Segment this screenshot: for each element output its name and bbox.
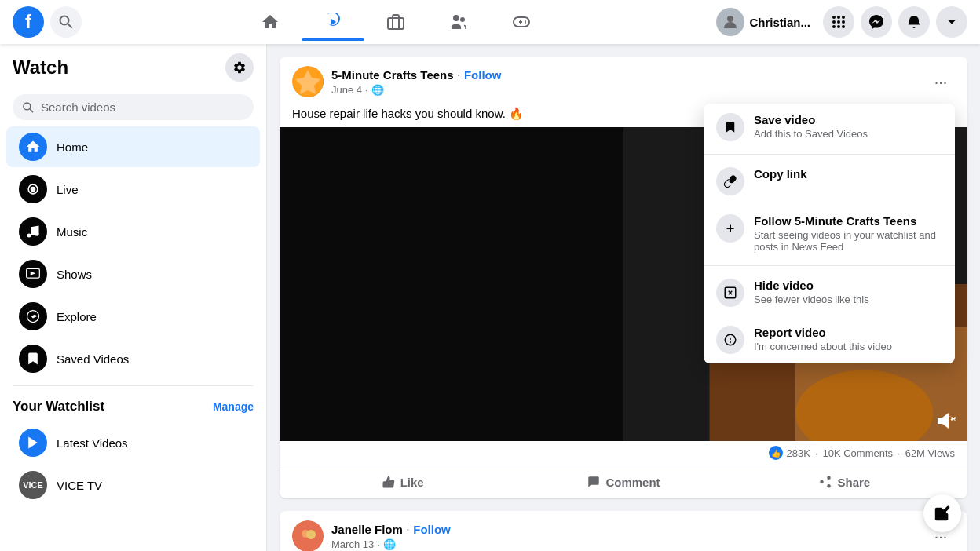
shows-icon	[19, 260, 47, 288]
menu-report-video[interactable]: Report video I'm concerned about this vi…	[704, 316, 955, 363]
comments-count-1: 10K Comments	[822, 447, 893, 459]
post-author-name-1: 5-Minute Crafts Teens	[331, 68, 454, 82]
post-actions-1: Like Comment Share	[280, 465, 967, 498]
settings-gear-btn[interactable]	[225, 53, 254, 82]
nav-marketplace-btn[interactable]	[364, 3, 427, 41]
user-profile-btn[interactable]: Christian...	[710, 5, 817, 39]
main-layout: Watch Home Live Music	[0, 44, 980, 551]
svg-point-4	[460, 17, 465, 22]
facebook-logo[interactable]: f	[13, 6, 44, 38]
follow-icon: +	[716, 214, 744, 243]
copy-link-title: Copy link	[754, 167, 942, 181]
nav-gaming-btn[interactable]	[490, 3, 553, 41]
sidebar-item-saved[interactable]: Saved Videos	[6, 338, 260, 379]
music-icon	[19, 217, 47, 246]
share-btn-1[interactable]: Share	[734, 469, 955, 495]
menu-copy-link[interactable]: Copy link	[704, 158, 955, 205]
svg-point-9	[525, 22, 526, 24]
nav-right-actions: Christian...	[710, 5, 967, 39]
post-caption-text-1: House repair life hacks you should know.…	[292, 107, 524, 120]
copy-link-icon	[716, 167, 744, 195]
search-input[interactable]	[41, 100, 244, 114]
post-header-1: 5-Minute Crafts Teens · Follow June 4 · …	[280, 57, 967, 107]
svg-point-17	[832, 25, 836, 28]
post-author-line-1: 5-Minute Crafts Teens · Follow	[331, 68, 919, 82]
search-box[interactable]	[13, 94, 254, 120]
latest-videos-avatar	[19, 429, 47, 457]
nav-watch-btn[interactable]	[302, 3, 364, 41]
vice-tv-label: VICE TV	[57, 479, 102, 492]
like-icon-1: 👍	[769, 446, 783, 460]
manage-btn[interactable]: Manage	[213, 400, 254, 413]
svg-point-3	[453, 15, 459, 21]
post-more-btn-1[interactable]: ···	[927, 68, 955, 96]
svg-point-15	[837, 20, 840, 24]
sidebar-item-shows[interactable]: Shows	[6, 254, 260, 294]
watchlist-item-latest[interactable]: Latest Videos	[6, 422, 260, 463]
comment-btn-1[interactable]: Comment	[513, 469, 733, 495]
mute-icon[interactable]	[936, 410, 958, 432]
save-video-content: Save video Add this to Saved Videos	[754, 113, 942, 140]
sidebar-item-explore[interactable]: Explore	[6, 296, 260, 337]
post-header-2: Janelle Flom · Follow March 13 · 🌐 ···	[280, 511, 967, 551]
sidebar-music-label: Music	[57, 225, 87, 239]
post-date-2: March 13	[331, 538, 374, 550]
user-name: Christian...	[749, 16, 810, 29]
post-visibility-1: 🌐	[371, 84, 384, 96]
save-video-subtitle: Add this to Saved Videos	[754, 128, 942, 140]
sidebar-shows-label: Shows	[57, 268, 92, 281]
hide-video-subtitle: See fewer videos like this	[754, 294, 942, 305]
report-video-subtitle: I'm concerned about this video	[754, 341, 942, 352]
sidebar-home-label: Home	[57, 140, 88, 154]
sep1: ·	[815, 447, 818, 459]
svg-point-22	[31, 187, 36, 192]
svg-point-19	[842, 25, 845, 28]
sidebar-title: Watch	[13, 57, 68, 78]
svg-point-13	[842, 16, 845, 19]
save-video-title: Save video	[754, 113, 942, 126]
messenger-btn[interactable]	[861, 6, 892, 38]
svg-line-1	[68, 24, 72, 28]
svg-point-25	[35, 232, 39, 236]
like-btn-1[interactable]: Like	[292, 469, 513, 495]
post-author-name-2: Janelle Flom	[331, 523, 403, 536]
sidebar-explore-label: Explore	[57, 310, 97, 323]
home-icon	[19, 133, 47, 161]
sidebar-item-home[interactable]: Home	[6, 126, 260, 167]
search-button[interactable]	[50, 6, 82, 38]
sidebar-item-music[interactable]: Music	[6, 211, 260, 252]
post-author-avatar-2	[292, 520, 324, 551]
svg-point-24	[27, 234, 31, 238]
sidebar-item-live[interactable]: Live	[6, 169, 260, 210]
context-menu: Save video Add this to Saved Videos Copy…	[704, 104, 955, 363]
menu-divider-2	[704, 265, 955, 266]
live-icon	[19, 175, 47, 203]
svg-point-39	[828, 484, 832, 488]
menu-save-video[interactable]: Save video Add this to Saved Videos	[704, 104, 955, 151]
nav-groups-btn[interactable]	[427, 3, 490, 41]
report-video-title: Report video	[754, 326, 942, 339]
dropdown-btn[interactable]	[936, 6, 967, 38]
sidebar-divider	[13, 385, 254, 386]
compose-fab[interactable]	[923, 494, 961, 532]
post-author-avatar-1	[292, 66, 324, 97]
post-follow-btn-1[interactable]: Follow	[464, 68, 502, 82]
watchlist-item-vice[interactable]: VICE VICE TV	[6, 465, 260, 505]
content-area: 5-Minute Crafts Teens · Follow June 4 · …	[267, 44, 980, 551]
nav-home-btn[interactable]	[239, 3, 302, 41]
sep2: ·	[898, 447, 901, 459]
sidebar-live-label: Live	[57, 183, 79, 196]
copy-link-content: Copy link	[754, 167, 942, 181]
logo-letter: f	[25, 11, 31, 33]
apps-grid-btn[interactable]	[823, 6, 854, 38]
post-date-1: June 4	[331, 84, 362, 96]
svg-point-11	[832, 16, 836, 19]
svg-point-37	[828, 476, 832, 480]
comment-label-1: Comment	[605, 476, 660, 489]
svg-line-40	[824, 483, 828, 485]
post-follow-btn-2[interactable]: Follow	[413, 523, 451, 536]
sidebar: Watch Home Live Music	[0, 44, 267, 551]
notifications-btn[interactable]	[898, 6, 930, 38]
menu-hide-video[interactable]: Hide video See fewer videos like this	[704, 269, 955, 316]
menu-follow-page[interactable]: + Follow 5-Minute Crafts Teens Start see…	[704, 205, 955, 262]
